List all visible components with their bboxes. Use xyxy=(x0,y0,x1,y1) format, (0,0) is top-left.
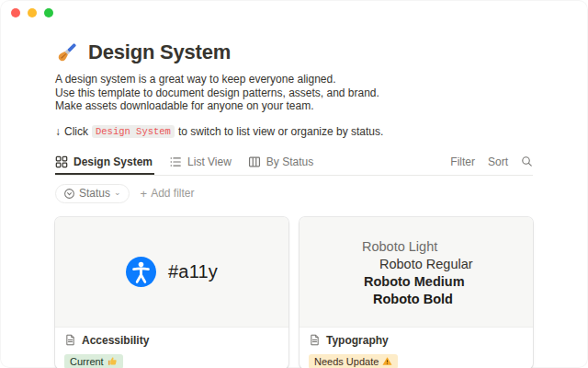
add-filter-label: Add filter xyxy=(151,187,194,200)
traffic-lights xyxy=(11,8,53,17)
status-property-icon xyxy=(63,188,75,200)
description-line: A design system is a great way to keep e… xyxy=(55,73,533,86)
card-title: Accessibility xyxy=(82,334,149,347)
notion-window: Design System A design system is a great… xyxy=(0,0,588,368)
card-accessibility[interactable]: #a11y Accessibility Current xyxy=(55,217,288,368)
paintbrush-icon xyxy=(55,40,79,64)
description-line: Use this template to document design pat… xyxy=(55,86,533,100)
minimize-window-button[interactable] xyxy=(28,8,37,17)
list-view-icon xyxy=(169,155,182,168)
view-actions: Filter Sort xyxy=(450,155,533,175)
tab-label: List View xyxy=(187,155,232,168)
status-filter-label: Status xyxy=(79,187,110,200)
chevron-down-icon: ⌄ xyxy=(114,188,121,197)
plus-icon: + xyxy=(141,187,148,201)
card-typography[interactable]: Roboto Light Roboto Regular Roboto Mediu… xyxy=(300,217,533,368)
card-cover: #a11y xyxy=(55,217,288,328)
down-arrow-icon: ↓ xyxy=(55,125,61,138)
page-content: Design System A design system is a great… xyxy=(0,40,588,368)
badge-label: Current xyxy=(70,355,104,368)
inline-code-design-system: Design System xyxy=(92,125,175,138)
accessibility-icon xyxy=(126,257,156,287)
hint-callout: ↓ Click Design System to switch to list … xyxy=(55,125,533,138)
page-title: Design System xyxy=(88,40,231,64)
page-document-icon xyxy=(309,334,321,346)
tab-label: Design System xyxy=(74,155,153,168)
status-badge-current: Current xyxy=(64,354,123,368)
card-title-row: Accessibility xyxy=(64,334,279,347)
zoom-window-button[interactable] xyxy=(44,8,53,17)
callout-post-text: to switch to list view or organize by st… xyxy=(178,125,383,138)
board-view-icon xyxy=(248,155,261,168)
tab-label: By Status xyxy=(266,155,313,168)
gallery-view-icon xyxy=(55,155,68,168)
page-description: A design system is a great way to keep e… xyxy=(55,73,533,113)
tab-by-status[interactable]: By Status xyxy=(248,152,315,175)
card-title: Typography xyxy=(326,334,389,347)
card-body: Accessibility Current xyxy=(55,328,288,368)
card-title-row: Typography xyxy=(309,334,524,347)
sort-button[interactable]: Sort xyxy=(488,155,508,168)
cover-text: #a11y xyxy=(168,261,218,282)
page-title-row: Design System xyxy=(55,40,533,64)
font-sample-bold: Roboto Bold xyxy=(373,291,533,308)
filter-button[interactable]: Filter xyxy=(450,155,475,168)
filter-bar: Status ⌄ + Add filter xyxy=(55,184,533,203)
font-sample-light: Roboto Light xyxy=(362,238,533,256)
status-filter-pill[interactable]: Status ⌄ xyxy=(55,184,130,203)
view-tab-bar: Design System List View By Status xyxy=(55,152,533,176)
callout-pre-text: Click xyxy=(64,125,88,138)
badge-label: Needs Update xyxy=(314,355,379,368)
font-sample-regular: Roboto Regular xyxy=(379,256,533,273)
close-window-button[interactable] xyxy=(11,8,20,17)
page-document-icon xyxy=(64,334,76,346)
thumbs-up-icon xyxy=(107,356,118,366)
warning-icon xyxy=(382,356,392,366)
search-icon[interactable] xyxy=(521,155,533,167)
add-filter-button[interactable]: + Add filter xyxy=(141,187,195,201)
tab-design-system[interactable]: Design System xyxy=(55,152,154,175)
status-badge-needs-update: Needs Update xyxy=(309,354,398,368)
card-cover: Roboto Light Roboto Regular Roboto Mediu… xyxy=(300,217,533,328)
tab-list-view[interactable]: List View xyxy=(169,152,233,175)
description-line: Make assets downloadable for anyone on y… xyxy=(55,99,533,113)
badge-row: Needs Update xyxy=(309,352,524,368)
window-titlebar xyxy=(0,0,588,26)
card-body: Typography Needs Update xyxy=(300,328,533,368)
gallery-view: #a11y Accessibility Current xyxy=(55,217,533,368)
badge-row: Current xyxy=(64,352,279,368)
font-sample-medium: Roboto Medium xyxy=(364,273,533,291)
